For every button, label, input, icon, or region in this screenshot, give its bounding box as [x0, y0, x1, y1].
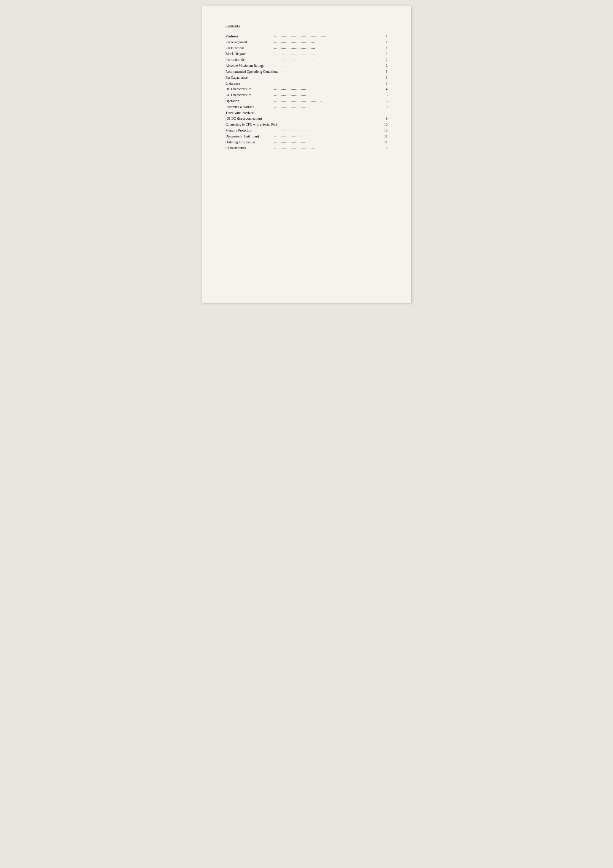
toc-row: Pin Capacitance·························…	[226, 75, 387, 81]
toc-page-number: 1	[382, 46, 387, 51]
toc-page-number: 3	[382, 75, 387, 81]
toc-label: Features	[226, 34, 273, 39]
toc-row: Pin Assignment··························…	[226, 40, 387, 45]
toc-dots: ·····································	[273, 46, 382, 51]
toc-page-number: 11	[382, 140, 387, 145]
toc-dots: ·································	[273, 93, 382, 98]
toc-label: Receiving a Start-Bit	[226, 104, 273, 110]
toc-row: Connecting to CPU with a Serial Port····…	[226, 122, 387, 127]
toc-row: DC Characteristics······················…	[226, 87, 387, 92]
toc-page-number: 9	[382, 116, 387, 121]
toc-page-number: 1	[382, 34, 387, 39]
toc-dots: ·····································	[273, 75, 382, 81]
toc-label: AC Characteristics	[226, 93, 273, 98]
document-page: Contents Features·······················…	[202, 6, 411, 303]
toc-dots: ·································	[273, 87, 382, 92]
toc-label: Endurance	[226, 81, 273, 87]
toc-dots: ·····························	[273, 105, 382, 110]
toc-label: DC Characteristics	[226, 87, 273, 92]
toc-label: Pin Assignment	[226, 40, 273, 45]
toc-row: Three-wire Interface	[226, 110, 387, 116]
toc-row: Characteristics·························…	[226, 146, 387, 151]
toc-label: (DI-DO direct connection)	[226, 116, 273, 121]
toc-dots: ···········	[277, 122, 382, 127]
toc-row: AC Characteristics······················…	[226, 93, 387, 98]
toc-label: Pin Capacitance	[226, 75, 273, 81]
toc-row: (DI-DO direct connection)···············…	[226, 116, 387, 121]
toc-row: Endurance·······························…	[226, 81, 387, 87]
toc-dots: ·····································	[273, 146, 382, 151]
toc-row: Receiving a Start-Bit···················…	[226, 104, 387, 110]
toc-page-number: 1	[382, 40, 387, 45]
toc-dots: ········································…	[273, 34, 382, 39]
toc-label: Characteristics	[226, 146, 273, 151]
toc-dots: ·······	[278, 70, 382, 74]
toc-label: Ordering Information	[226, 140, 273, 145]
toc-label: Connecting to CPU with a Serial Port	[226, 122, 277, 127]
toc-dots: ························	[273, 116, 382, 121]
toc-label: Memory Protection	[226, 128, 273, 133]
toc-page-number: 12	[382, 146, 387, 151]
toc-row: Features································…	[226, 34, 387, 39]
toc-dots: ·····································	[273, 57, 382, 63]
toc-dots: ·························	[273, 134, 382, 139]
toc-page-number: 9	[382, 104, 387, 110]
toc-dots: ·····································	[273, 52, 382, 57]
toc-label: Three-wire Interface	[226, 110, 273, 116]
toc-row: Instruction Set·························…	[226, 57, 387, 63]
toc-row: Dimensions (Unit : mm)··················…	[226, 134, 387, 139]
toc-page-number: 2	[382, 51, 387, 57]
toc-dots: ····································	[273, 40, 382, 45]
toc-row: Absolute Maximum Ratings················…	[226, 63, 387, 68]
toc-label: Recommended Operationg Conditions	[226, 69, 278, 74]
toc-page-number: 3	[382, 69, 387, 74]
toc-label: Instruction Set	[226, 57, 273, 63]
toc-dots: ··································	[273, 128, 382, 133]
toc-page-number: 2	[382, 57, 387, 63]
toc-dots: ········································…	[273, 99, 382, 104]
toc-dots: ···················	[273, 64, 382, 68]
toc-label: Dimensions (Unit : mm)	[226, 134, 273, 139]
toc-dots: ········································…	[273, 81, 382, 87]
toc-row: Recommended Operationg Conditions·······…	[226, 69, 387, 74]
toc-container: Features································…	[226, 34, 387, 151]
contents-title: Contents	[226, 24, 387, 28]
toc-row: Memory Protection·······················…	[226, 128, 387, 133]
toc-page-number: 10	[382, 128, 387, 133]
toc-page-number: 5	[382, 93, 387, 98]
toc-label: Operation	[226, 99, 273, 104]
toc-page-number: 4	[382, 87, 387, 92]
toc-label: Pin Functions	[226, 46, 273, 51]
toc-row: Pin Functions···························…	[226, 46, 387, 51]
toc-label: Block Diagram	[226, 51, 273, 57]
toc-page-number: 6	[382, 99, 387, 104]
toc-dots: ····························	[273, 140, 382, 145]
toc-row: Block Diagram···························…	[226, 51, 387, 57]
toc-label: Absolute Maximum Ratings	[226, 63, 273, 68]
toc-page-number: 3	[382, 81, 387, 87]
toc-row: Ordering Information····················…	[226, 140, 387, 145]
toc-page-number: 11	[382, 134, 387, 139]
toc-page-number: 2	[382, 63, 387, 68]
toc-row: Operation·······························…	[226, 99, 387, 104]
toc-page-number: 10	[382, 122, 387, 127]
